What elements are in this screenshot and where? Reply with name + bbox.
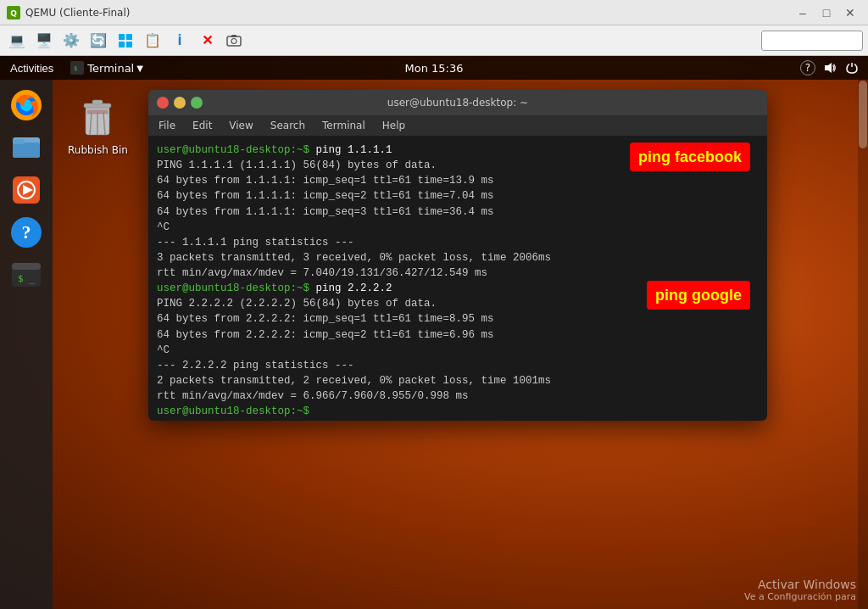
system-tray: ? xyxy=(800,60,868,75)
svg-rect-4 xyxy=(119,42,125,47)
qemu-titlebar: Q QEMU (Cliente-Final) – □ ✕ xyxy=(0,0,868,25)
terminal-line-13: 64 bytes from 2.2.2.2: icmp_seq=2 ttl=61… xyxy=(157,327,759,343)
clock: Mon 15:36 xyxy=(404,62,463,75)
svg-rect-33 xyxy=(87,110,108,114)
terminal-menu-file[interactable]: File xyxy=(155,118,179,133)
annotation-ping-facebook: ping facebook xyxy=(630,142,750,171)
terminal-line-7: --- 1.1.1.1 ping statistics --- xyxy=(157,235,759,250)
ubuntu-desktop: Activities $ Terminal ▼ Mon 15:36 ? xyxy=(0,56,868,609)
window-controls: – □ ✕ xyxy=(792,3,861,22)
sound-tray-icon[interactable] xyxy=(822,60,837,75)
terminal-minimize-btn[interactable] xyxy=(174,97,186,109)
qemu-title: QEMU (Cliente-Final) xyxy=(25,7,792,19)
terminal-menubar: File Edit View Search Terminal Help xyxy=(148,115,767,136)
toolbar-btn-1[interactable]: 💻 xyxy=(5,30,29,52)
terminal-line-9: rtt min/avg/max/mdev = 7.040/19.131/36.4… xyxy=(157,265,759,281)
svg-rect-3 xyxy=(126,34,132,40)
svg-rect-8 xyxy=(231,35,236,37)
activate-windows-watermark: Activar Windows Ve a Configuración para xyxy=(744,578,856,602)
dock-terminal[interactable]: $ _ xyxy=(8,256,45,293)
activate-line-2: Ve a Configuración para xyxy=(744,591,856,602)
qemu-toolbar: 💻 🖥️ ⚙️ 🔄 📋 i ✕ xyxy=(0,25,868,56)
terminal-line-4: 64 bytes from 1.1.1.1: icmp_seq=2 ttl=61… xyxy=(157,188,759,204)
activate-line-1: Activar Windows xyxy=(744,578,856,591)
svg-point-7 xyxy=(231,38,236,43)
minimize-button[interactable]: – xyxy=(792,3,814,22)
accessibility-tray-icon[interactable]: ? xyxy=(800,60,815,75)
terminal-line-1: user@ubuntu18-desktop:~$ ping 1.1.1.1pin… xyxy=(157,142,759,158)
rubbish-bin-icon[interactable]: Rubbish Bin xyxy=(68,98,128,156)
terminal-menu-help[interactable]: Help xyxy=(379,118,409,133)
terminal-menu-view[interactable]: View xyxy=(225,118,256,133)
maximize-button[interactable]: □ xyxy=(815,3,837,22)
dock-software[interactable] xyxy=(8,171,45,209)
svg-rect-5 xyxy=(126,42,132,47)
svg-rect-2 xyxy=(119,34,125,40)
svg-text:$ _: $ _ xyxy=(18,273,35,284)
terminal-line-16: 2 packets transmitted, 2 received, 0% pa… xyxy=(157,373,759,388)
terminal-close-btn[interactable] xyxy=(157,97,169,109)
qemu-icon: Q xyxy=(7,6,20,20)
terminal-maximize-btn[interactable] xyxy=(191,97,203,109)
terminal-line-8: 3 packets transmitted, 3 received, 0% pa… xyxy=(157,250,759,265)
terminal-body[interactable]: user@ubuntu18-desktop:~$ ping 1.1.1.1pin… xyxy=(148,136,767,421)
toolbar-btn-3[interactable]: ⚙️ xyxy=(59,30,83,52)
power-tray-icon[interactable] xyxy=(844,60,860,75)
terminal-line-18: user@ubuntu18-desktop:~$ xyxy=(157,404,759,419)
svg-rect-24 xyxy=(12,263,41,270)
prompt-3: user@ubuntu18-desktop:~$ xyxy=(157,405,316,417)
svg-rect-17 xyxy=(13,139,25,144)
terminal-line-10: user@ubuntu18-desktop:~$ ping 2.2.2.2pin… xyxy=(157,281,759,296)
terminal-window: user@ubuntu18-desktop: ~ File Edit View … xyxy=(148,90,767,421)
terminal-line-6: ^C xyxy=(157,220,759,235)
activities-button[interactable]: Activities xyxy=(0,56,64,80)
qemu-search-input[interactable] xyxy=(761,31,863,51)
prompt-1: user@ubuntu18-desktop:~$ xyxy=(157,144,316,156)
svg-marker-11 xyxy=(825,63,832,73)
prompt-2: user@ubuntu18-desktop:~$ xyxy=(157,282,316,294)
dock-files[interactable] xyxy=(8,129,45,166)
terminal-title: user@ubuntu18-desktop: ~ xyxy=(387,97,528,109)
svg-rect-27 xyxy=(92,100,103,104)
terminal-line-5: 64 bytes from 1.1.1.1: icmp_seq=3 ttl=61… xyxy=(157,204,759,220)
dock: ? $ _ xyxy=(0,80,53,609)
top-panel: Activities $ Terminal ▼ Mon 15:36 ? xyxy=(0,56,868,80)
svg-rect-6 xyxy=(227,36,241,46)
desktop-scrollbar[interactable] xyxy=(858,80,868,609)
svg-text:Q: Q xyxy=(10,9,17,18)
cmd-2: ping 2.2.2.2 xyxy=(316,282,392,294)
terminal-titlebar: user@ubuntu18-desktop: ~ xyxy=(148,90,767,115)
trash-icon-svg xyxy=(77,98,118,142)
toolbar-btn-clipboard[interactable]: 📋 xyxy=(141,30,164,52)
terminal-menu-edit[interactable]: Edit xyxy=(189,118,215,133)
scrollbar-thumb[interactable] xyxy=(859,81,867,148)
svg-rect-16 xyxy=(13,142,40,158)
close-button[interactable]: ✕ xyxy=(839,3,861,22)
terminal-line-3: 64 bytes from 1.1.1.1: icmp_seq=1 ttl=61… xyxy=(157,173,759,188)
toolbar-btn-windows[interactable] xyxy=(114,30,137,52)
toolbar-btn-screenshot[interactable] xyxy=(222,30,246,52)
terminal-line-15: --- 2.2.2.2 ping statistics --- xyxy=(157,358,759,373)
svg-text:$: $ xyxy=(74,65,77,72)
terminal-menu-terminal[interactable]: Terminal xyxy=(319,118,369,133)
terminal-line-14: ^C xyxy=(157,343,759,358)
toolbar-btn-refresh[interactable]: 🔄 xyxy=(86,30,110,52)
svg-text:?: ? xyxy=(22,221,31,243)
toolbar-btn-info[interactable]: i xyxy=(168,30,192,52)
annotation-ping-google: ping google xyxy=(647,281,750,310)
desktop-background: Q QEMU (Cliente-Final) – □ ✕ 💻 🖥️ ⚙️ 🔄 📋… xyxy=(0,0,868,609)
terminal-menu[interactable]: $ Terminal ▼ xyxy=(64,56,150,80)
rubbish-bin-label: Rubbish Bin xyxy=(68,144,128,156)
terminal-line-17: rtt min/avg/max/mdev = 6.966/7.960/8.955… xyxy=(157,388,759,404)
dock-help[interactable]: ? xyxy=(8,214,45,251)
terminal-menu-label: Terminal xyxy=(87,62,134,75)
terminal-line-12: 64 bytes from 2.2.2.2: icmp_seq=1 ttl=61… xyxy=(157,311,759,327)
terminal-menu-icon: $ xyxy=(70,61,84,75)
toolbar-btn-stop[interactable]: ✕ xyxy=(195,30,219,52)
toolbar-btn-2[interactable]: 🖥️ xyxy=(32,30,56,52)
dock-firefox[interactable] xyxy=(8,87,45,124)
terminal-dropdown-arrow: ▼ xyxy=(136,64,143,73)
cmd-1: ping 1.1.1.1 xyxy=(316,144,392,156)
terminal-menu-search[interactable]: Search xyxy=(267,118,309,133)
